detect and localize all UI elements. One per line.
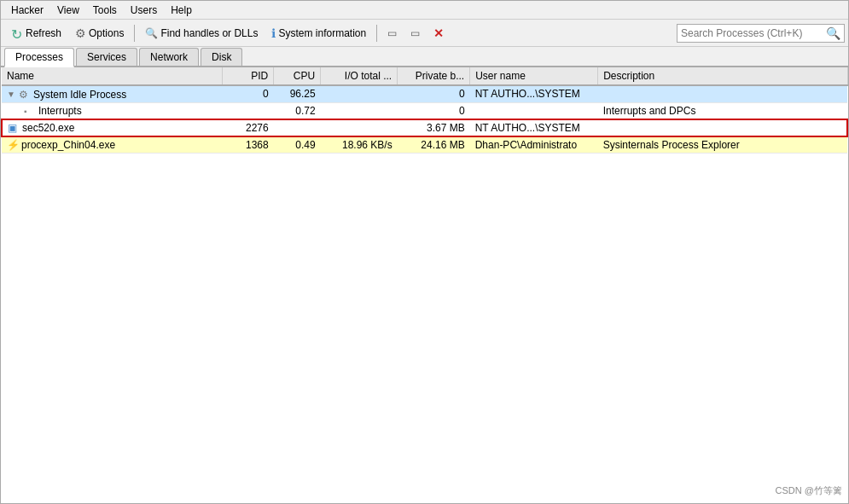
window-button-2[interactable]	[405, 22, 425, 44]
proc-name-cell: Interrupts	[2, 102, 223, 119]
sysinfo-label: System information	[278, 27, 366, 39]
col-header-cpu[interactable]: CPU	[274, 67, 321, 85]
process-table-container[interactable]: Name PID CPU I/O total ... Private b... …	[1, 67, 848, 504]
col-header-name[interactable]: Name	[2, 67, 223, 85]
proc-icon	[8, 122, 20, 134]
toolbar: Refresh Options Find handles or DLLs Sys…	[1, 20, 848, 47]
menu-tools[interactable]: Tools	[86, 3, 124, 18]
search-icon	[826, 26, 840, 40]
find-handles-button[interactable]: Find handles or DLLs	[140, 22, 263, 44]
tab-network[interactable]: Network	[139, 48, 199, 66]
proc-name: Interrupts	[38, 105, 82, 117]
watermark: CSDN @竹等篱	[776, 484, 842, 497]
col-header-pid[interactable]: PID	[223, 67, 274, 85]
window-icon-2	[410, 27, 420, 39]
window-icon-1	[387, 27, 397, 39]
tab-bar: Processes Services Network Disk	[1, 47, 848, 67]
proc-cpu	[274, 119, 321, 136]
proc-user: Dhan-PC\Administrato	[470, 136, 598, 154]
proc-name-cell: procexp_Chin04.exe	[2, 136, 223, 154]
separator-2	[376, 25, 377, 42]
table-row[interactable]: procexp_Chin04.exe 1368 0.49 18.96 KB/s …	[2, 136, 847, 154]
proc-icon	[19, 89, 31, 101]
tab-processes[interactable]: Processes	[4, 48, 74, 67]
proc-icon	[24, 105, 36, 117]
proc-desc: Interrupts and DPCs	[598, 102, 847, 119]
process-table: Name PID CPU I/O total ... Private b... …	[1, 67, 848, 154]
menu-help[interactable]: Help	[164, 3, 199, 18]
tab-disk[interactable]: Disk	[201, 48, 242, 66]
proc-icon	[7, 139, 19, 151]
expand-icon[interactable]: ▼	[7, 90, 15, 99]
tab-services[interactable]: Services	[76, 48, 137, 66]
proc-pid: 0	[223, 85, 274, 102]
menu-users[interactable]: Users	[124, 3, 164, 18]
proc-name: procexp_Chin04.exe	[21, 139, 115, 151]
options-button[interactable]: Options	[70, 22, 129, 44]
search-input[interactable]	[681, 27, 826, 39]
proc-desc	[598, 119, 847, 136]
sysinfo-icon	[271, 26, 276, 40]
find-icon	[145, 27, 158, 39]
options-label: Options	[89, 27, 124, 39]
main-area: Name PID CPU I/O total ... Private b... …	[1, 67, 848, 504]
col-header-user[interactable]: User name	[470, 67, 598, 85]
table-row-highlighted[interactable]: sec520.exe 2276 3.67 MB NT AUTHO...\SYST…	[2, 119, 847, 136]
table-row[interactable]: Interrupts 0.72 0 Interrupts and DPCs	[2, 102, 847, 119]
proc-priv: 0	[398, 102, 470, 119]
find-label: Find handles or DLLs	[160, 27, 258, 39]
menu-hacker[interactable]: Hacker	[4, 3, 50, 18]
proc-desc	[598, 85, 847, 102]
proc-cpu: 96.25	[274, 85, 321, 102]
proc-name-cell: ▼ System Idle Process	[2, 85, 223, 102]
col-header-priv[interactable]: Private b...	[398, 67, 470, 85]
refresh-button[interactable]: Refresh	[4, 22, 67, 44]
proc-cpu: 0.49	[274, 136, 321, 154]
proc-user: NT AUTHO...\SYSTEM	[470, 85, 598, 102]
proc-io	[321, 85, 398, 102]
proc-priv: 3.67 MB	[398, 119, 470, 136]
menu-view[interactable]: View	[50, 3, 86, 18]
proc-pid: 1368	[223, 136, 274, 154]
close-button[interactable]	[428, 22, 449, 44]
close-icon	[433, 26, 444, 40]
proc-user	[470, 102, 598, 119]
proc-pid: 2276	[223, 119, 274, 136]
proc-cpu: 0.72	[274, 102, 321, 119]
proc-priv: 0	[398, 85, 470, 102]
refresh-icon	[9, 26, 23, 40]
proc-name-cell: sec520.exe	[2, 119, 223, 136]
proc-desc: Sysinternals Process Explorer	[598, 136, 847, 154]
proc-user: NT AUTHO...\SYSTEM	[470, 119, 598, 136]
sysinfo-button[interactable]: System information	[266, 22, 371, 44]
refresh-label: Refresh	[26, 27, 61, 39]
search-box[interactable]	[677, 24, 845, 43]
menu-bar: Hacker View Tools Users Help	[1, 1, 848, 20]
options-icon	[75, 26, 86, 40]
proc-priv: 24.16 MB	[398, 136, 470, 154]
window-button-1[interactable]	[382, 22, 402, 44]
proc-io	[321, 102, 398, 119]
proc-name: sec520.exe	[22, 122, 74, 134]
separator-1	[134, 25, 135, 42]
col-header-io[interactable]: I/O total ...	[321, 67, 398, 85]
table-row[interactable]: ▼ System Idle Process 0 96.25 0 NT AUTHO…	[2, 85, 847, 102]
proc-io: 18.96 KB/s	[321, 136, 398, 154]
col-header-desc[interactable]: Description	[598, 67, 847, 85]
proc-pid	[223, 102, 274, 119]
proc-io	[321, 119, 398, 136]
table-header-row: Name PID CPU I/O total ... Private b... …	[2, 67, 847, 85]
proc-name: System Idle Process	[33, 89, 126, 101]
